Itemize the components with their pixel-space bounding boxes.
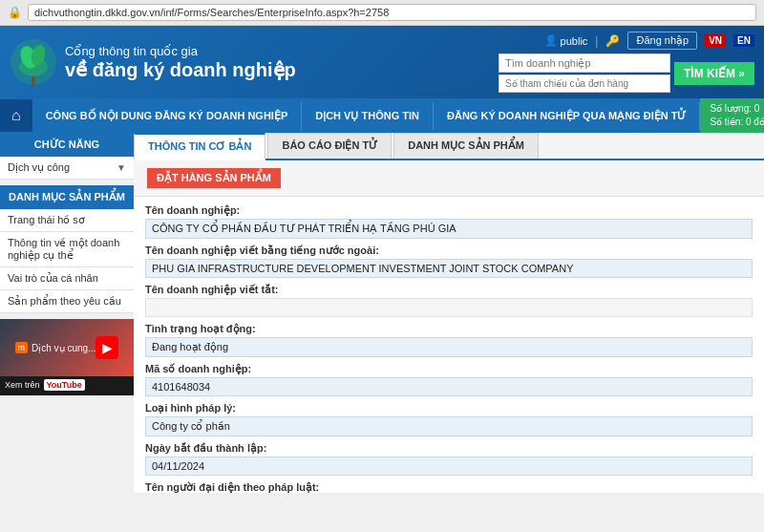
video-watch-label: Xem trên bbox=[5, 380, 40, 390]
info-label-5: Loại hình pháp lý: bbox=[145, 402, 753, 415]
info-value-0: CÔNG TY CỔ PHẦN ĐẦU TƯ PHÁT TRIỂN HẠ TẦN… bbox=[145, 219, 753, 239]
info-label-6: Ngày bắt đầu thành lập: bbox=[145, 442, 753, 455]
public-badge: 👤 public bbox=[544, 34, 588, 47]
search-input[interactable] bbox=[499, 53, 670, 73]
info-row-3: Tình trạng hoạt động: Đang hoạt động bbox=[145, 323, 753, 357]
info-value-1: PHU GIA INFRASTRUCTURE DEVELOPMENT INVES… bbox=[145, 259, 753, 278]
search-ref-input[interactable] bbox=[499, 74, 670, 93]
sidebar-item-san-pham[interactable]: Sản phẩm theo yêu cầu bbox=[0, 290, 134, 313]
right-panel: THÔNG TIN CƠ BẢN BÁO CÁO ĐIỆN TỬ DANH MỤ… bbox=[134, 133, 764, 493]
sidebar: CHỨC NĂNG Dịch vụ công ▼ DANH MỤC SẢN PH… bbox=[0, 133, 134, 493]
sidebar-item-trang-thai[interactable]: Trang thái hồ sơ bbox=[0, 209, 134, 232]
tabs-row: THÔNG TIN CƠ BẢN BÁO CÁO ĐIỆN TỬ DANH MỤ… bbox=[134, 133, 764, 160]
info-label-0: Tên doanh nghiệp: bbox=[145, 204, 753, 217]
header-right: 👤 public | 🔑 Đăng nhập VN EN TÌM KIẾM bbox=[499, 32, 754, 93]
info-value-5: Công ty cổ phần bbox=[145, 416, 753, 436]
badge-line1: Số lượng: 0 bbox=[710, 102, 764, 116]
public-label: public bbox=[561, 35, 588, 47]
info-value-4: 4101648034 bbox=[145, 377, 753, 396]
search-inputs bbox=[499, 53, 670, 93]
lock-icon: 🔒 bbox=[8, 6, 22, 19]
sidebar-video[interactable]: m Dịch vụ cung... ▶ Xem trên YouTube bbox=[0, 319, 134, 395]
login-button[interactable]: Đăng nhập bbox=[627, 32, 697, 50]
search-area: TÌM KIẾM bbox=[499, 53, 754, 93]
sidebar-item-label: Dịch vụ công bbox=[8, 161, 70, 174]
video-play-button[interactable]: ▶ bbox=[96, 336, 118, 359]
tab-bao-cao-dien-tu[interactable]: BÁO CÁO ĐIỆN TỬ bbox=[267, 133, 392, 159]
main-content: CHỨC NĂNG Dịch vụ công ▼ DANH MỤC SẢN PH… bbox=[0, 133, 764, 493]
info-label-1: Tên doanh nghiệp viết bằng tiếng nước ng… bbox=[145, 245, 753, 257]
browser-bar: 🔒 dichvuthongtin.dkkd.gov.vn/inf/Forms/S… bbox=[0, 0, 764, 26]
info-row-0: Tên doanh nghiệp: CÔNG TY CỔ PHẦN ĐẦU TƯ… bbox=[145, 204, 753, 239]
info-row-2: Tên doanh nghiệp viết tắt: bbox=[145, 284, 753, 317]
youtube-icon: YouTube bbox=[44, 379, 85, 391]
info-label-2: Tên doanh nghiệp viết tắt: bbox=[145, 284, 753, 296]
video-channel-badge: m bbox=[15, 342, 29, 353]
badge-line2: Số tiền: 0 đồng bbox=[710, 116, 764, 129]
sidebar-item-cong[interactable]: Dịch vụ công ▼ bbox=[0, 157, 134, 180]
info-row-6: Ngày bắt đầu thành lập: 04/11/2024 bbox=[145, 442, 753, 476]
nav-item-1[interactable]: DỊCH VỤ THÔNG TIN bbox=[302, 102, 434, 130]
tab-thong-tin-co-ban[interactable]: THÔNG TIN CƠ BẢN bbox=[134, 133, 265, 160]
video-thumbnail: m Dịch vụ cung... ▶ bbox=[0, 319, 134, 376]
chevron-down-icon: ▼ bbox=[117, 162, 126, 173]
info-row-1: Tên doanh nghiệp viết bằng tiếng nước ng… bbox=[145, 245, 753, 278]
search-button[interactable]: TÌM KIẾM bbox=[674, 62, 754, 85]
nav-home-icon[interactable]: ⌂ bbox=[0, 99, 32, 132]
nav-bar: ⌂ CÔNG BỐ NỘI DUNG ĐĂNG KÝ DOANH NGHIỆP … bbox=[0, 98, 764, 133]
info-row-5: Loại hình pháp lý: Công ty cổ phần bbox=[145, 402, 753, 436]
separator: | bbox=[595, 34, 598, 48]
info-value-3: Đang hoạt động bbox=[145, 337, 753, 357]
info-row-4: Mã số doanh nghiệp: 4101648034 bbox=[145, 363, 753, 396]
site-title-line2: về đăng ký doanh nghiệp bbox=[65, 58, 296, 81]
info-row-7: Tên người đại diện theo pháp luật: NGUYỄ… bbox=[145, 481, 753, 493]
nav-badge: Số lượng: 0 Số tiền: 0 đồng bbox=[700, 98, 764, 133]
sidebar-item-vai-tro[interactable]: Vai trò của cá nhân bbox=[0, 267, 134, 290]
sidebar-section2-title: DANH MỤC SẢN PHẨM bbox=[0, 185, 134, 209]
tab-danh-muc-san-pham[interactable]: DANH MỤC SẢN PHẨM bbox=[393, 133, 539, 159]
nav-item-2[interactable]: ĐĂNG KÝ DOANH NGHIỆP QUA MẠNG ĐIỆN TỬ bbox=[434, 102, 700, 130]
info-value-6: 04/11/2024 bbox=[145, 457, 753, 476]
add-product-button[interactable]: ĐẶT HÀNG SẢN PHẨM bbox=[147, 168, 281, 188]
nav-item-0[interactable]: CÔNG BỐ NỘI DUNG ĐĂNG KÝ DOANH NGHIỆP bbox=[32, 102, 303, 130]
info-label-7: Tên người đại diện theo pháp luật: bbox=[145, 481, 753, 493]
info-label-3: Tình trạng hoạt động: bbox=[145, 323, 753, 335]
site-logo bbox=[10, 38, 57, 86]
flag-vn[interactable]: VN bbox=[705, 34, 726, 47]
lock-header-icon: 🔑 bbox=[605, 34, 620, 48]
info-value-2 bbox=[145, 298, 753, 317]
sidebar-item-thong-tin[interactable]: Thông tin về một doanh nghiệp cụ thể bbox=[0, 232, 134, 267]
nav-items: CÔNG BỐ NỘI DUNG ĐĂNG KÝ DOANH NGHIỆP DỊ… bbox=[32, 102, 701, 130]
flag-en[interactable]: EN bbox=[733, 34, 754, 47]
site-header: Cổng thông tin quốc gia về đăng ký doanh… bbox=[0, 26, 764, 98]
site-title: Cổng thông tin quốc gia về đăng ký doanh… bbox=[65, 44, 296, 81]
user-icon: 👤 bbox=[544, 34, 558, 47]
video-label-bar: Xem trên YouTube bbox=[0, 376, 134, 394]
video-title-text: Dịch vụ cung... bbox=[32, 343, 96, 353]
site-title-line1: Cổng thông tin quốc gia bbox=[65, 44, 296, 58]
url-bar[interactable]: dichvuthongtin.dkkd.gov.vn/inf/Forms/Sea… bbox=[28, 4, 756, 21]
info-content: Tên doanh nghiệp: CÔNG TY CỔ PHẦN ĐẦU TƯ… bbox=[134, 197, 764, 493]
header-top-row: 👤 public | 🔑 Đăng nhập VN EN bbox=[544, 32, 754, 50]
info-label-4: Mã số doanh nghiệp: bbox=[145, 363, 753, 375]
sidebar-section1-title: CHỨC NĂNG bbox=[0, 133, 134, 157]
logo-area: Cổng thông tin quốc gia về đăng ký doanh… bbox=[10, 38, 489, 86]
